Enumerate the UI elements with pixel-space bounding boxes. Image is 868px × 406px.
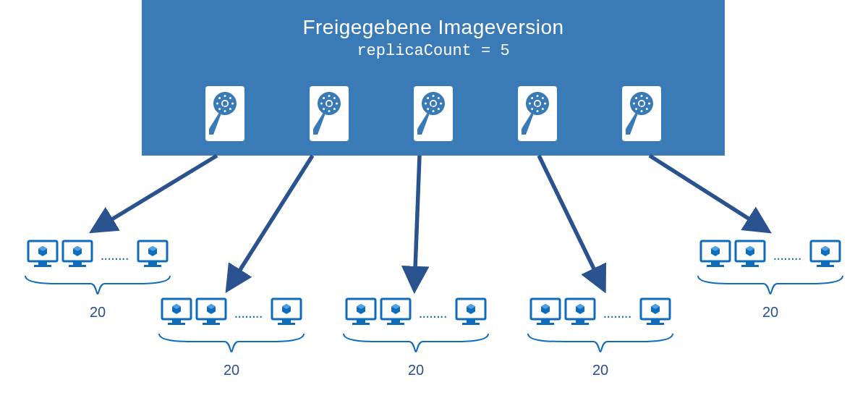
svg-point-29 xyxy=(433,110,435,112)
svg-point-15 xyxy=(328,95,331,97)
svg-point-9 xyxy=(218,108,221,110)
svg-rect-82 xyxy=(821,261,830,265)
svg-rect-106 xyxy=(576,319,584,323)
svg-point-7 xyxy=(229,97,231,99)
vm-icon xyxy=(564,296,596,328)
vm-icon xyxy=(529,296,561,328)
svg-point-11 xyxy=(223,101,227,106)
svg-point-56 xyxy=(646,108,648,110)
svg-rect-73 xyxy=(148,261,157,265)
svg-point-41 xyxy=(537,110,539,112)
hard-disk-icon xyxy=(516,84,559,143)
vm-icon xyxy=(380,296,412,328)
svg-rect-86 xyxy=(168,323,185,325)
svg-point-39 xyxy=(537,95,539,97)
vm-count-label: 20 xyxy=(333,362,499,378)
curly-brace xyxy=(148,330,315,360)
svg-point-58 xyxy=(635,97,637,99)
svg-rect-89 xyxy=(203,323,220,325)
hard-disk-icon xyxy=(620,84,663,143)
vm-icon xyxy=(639,296,671,328)
svg-point-27 xyxy=(433,95,435,97)
svg-point-32 xyxy=(438,108,440,110)
svg-rect-100 xyxy=(467,319,475,323)
svg-point-40 xyxy=(544,103,546,105)
ellipsis-dots: ........ xyxy=(101,250,129,262)
svg-point-10 xyxy=(218,97,221,99)
svg-point-6 xyxy=(216,103,218,105)
vm-row: ........ xyxy=(333,294,499,330)
svg-rect-68 xyxy=(34,265,51,267)
vm-icon xyxy=(699,238,731,270)
vm-group: ........ 20 xyxy=(148,294,315,378)
svg-point-51 xyxy=(641,95,643,97)
svg-rect-97 xyxy=(391,319,400,323)
svg-point-57 xyxy=(635,108,637,110)
vm-row: ........ xyxy=(517,294,684,330)
svg-point-34 xyxy=(427,97,429,99)
shared-image-version-box: Freigegebene Imageversion replicaCount =… xyxy=(142,0,725,156)
svg-line-62 xyxy=(229,156,312,288)
svg-line-63 xyxy=(414,156,420,288)
svg-rect-79 xyxy=(746,261,754,265)
svg-rect-98 xyxy=(387,323,404,325)
vm-icon xyxy=(61,238,93,270)
svg-point-44 xyxy=(542,108,544,110)
vm-row: ........ xyxy=(148,294,315,330)
svg-rect-94 xyxy=(357,319,365,323)
svg-line-64 xyxy=(539,156,603,288)
svg-point-53 xyxy=(641,110,643,112)
header-title: Freigegebene Imageversion xyxy=(142,16,725,39)
vm-group: ........ 20 xyxy=(517,294,684,378)
ellipsis-dots: ........ xyxy=(603,308,631,320)
vm-count-label: 20 xyxy=(517,362,684,378)
vm-count-label: 20 xyxy=(687,304,854,321)
ellipsis-dots: ........ xyxy=(773,250,801,262)
vm-row: ........ xyxy=(14,236,181,272)
svg-point-4 xyxy=(231,103,234,105)
svg-rect-67 xyxy=(38,261,47,265)
svg-rect-110 xyxy=(647,323,664,325)
svg-point-23 xyxy=(327,101,331,106)
vm-icon xyxy=(27,238,59,270)
svg-rect-76 xyxy=(711,261,720,265)
svg-point-20 xyxy=(333,108,336,110)
vm-icon xyxy=(809,238,841,270)
svg-rect-74 xyxy=(144,265,161,267)
svg-rect-109 xyxy=(651,319,660,323)
vm-icon xyxy=(161,296,192,328)
svg-point-3 xyxy=(224,95,226,97)
svg-point-59 xyxy=(639,101,644,106)
svg-point-21 xyxy=(323,108,325,110)
svg-rect-80 xyxy=(741,265,759,267)
hard-disk-icon xyxy=(307,84,351,143)
svg-line-65 xyxy=(650,156,767,230)
curly-brace xyxy=(517,330,684,360)
ellipsis-dots: ........ xyxy=(419,308,447,320)
svg-point-16 xyxy=(336,103,338,105)
svg-rect-85 xyxy=(172,319,181,323)
svg-point-30 xyxy=(425,103,427,105)
svg-point-28 xyxy=(440,103,442,105)
header-subtitle: replicaCount = 5 xyxy=(142,42,725,60)
hard-disk-icon xyxy=(412,84,455,143)
disk-replica-row xyxy=(142,84,725,143)
svg-point-55 xyxy=(646,97,648,99)
svg-point-33 xyxy=(427,108,429,110)
ellipsis-dots: ........ xyxy=(234,308,263,320)
svg-point-46 xyxy=(531,97,533,99)
svg-point-45 xyxy=(531,108,533,110)
svg-point-35 xyxy=(431,101,435,106)
svg-point-47 xyxy=(535,101,540,106)
svg-point-18 xyxy=(320,103,323,105)
svg-rect-107 xyxy=(571,323,589,325)
svg-point-42 xyxy=(529,103,531,105)
svg-point-8 xyxy=(229,108,231,110)
vm-icon xyxy=(195,296,227,328)
svg-point-52 xyxy=(648,103,650,105)
svg-rect-88 xyxy=(207,319,216,323)
svg-rect-104 xyxy=(537,323,554,325)
vm-icon xyxy=(137,238,169,270)
svg-rect-103 xyxy=(541,319,550,323)
vm-row: ........ xyxy=(687,236,854,272)
